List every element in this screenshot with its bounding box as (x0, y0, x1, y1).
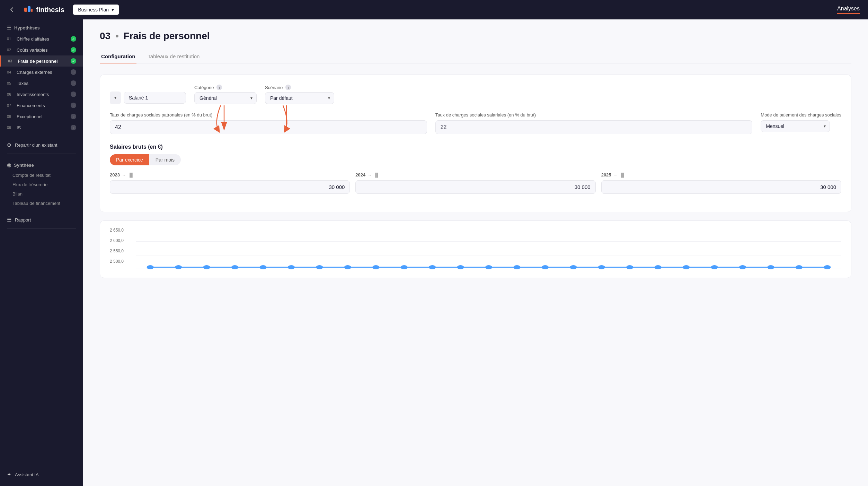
svg-point-13 (175, 265, 182, 269)
back-button[interactable] (8, 6, 15, 13)
sidebar: ☰ Hypothèses 01 Chiffre d'affaires ✓ 02 … (0, 19, 83, 486)
mode-paiement-select[interactable]: Mensuel (761, 120, 830, 132)
svg-point-34 (767, 265, 774, 269)
status-gray-icon: ○ (71, 103, 76, 108)
svg-point-17 (288, 265, 295, 269)
arrow-right-icon: → (367, 173, 372, 177)
sidebar-item-frais-personnel[interactable]: 03 Frais de personnel ✓ (0, 55, 83, 67)
business-plan-dropdown[interactable]: Business Plan ▾ (73, 5, 119, 15)
year-input-2024[interactable] (355, 180, 595, 194)
svg-point-25 (513, 265, 520, 269)
svg-point-14 (203, 265, 210, 269)
sidebar-item-bilan[interactable]: Bilan (0, 189, 83, 199)
page-title: 03 • Frais de personnel (100, 31, 851, 42)
mode-paiement-label: Mode de paiement des charges sociales (761, 112, 841, 118)
scenario-field-group: Scénario i Par défaut (265, 85, 334, 104)
charges-patronales-field: Taux de charges sociales patronales (en … (110, 112, 427, 134)
charges-salariales-field: Taux de charges sociales salariales (en … (435, 112, 753, 134)
svg-point-15 (231, 265, 238, 269)
year-input-2023[interactable] (110, 180, 350, 194)
svg-point-18 (316, 265, 323, 269)
svg-point-30 (654, 265, 661, 269)
form-row-top: ▾ Catégorie i Général (110, 85, 841, 104)
sidebar-item-couts-variables[interactable]: 02 Coûts variables ✓ (0, 44, 83, 55)
sidebar-item-assistant-ia[interactable]: ✦ Assistant IA (0, 469, 83, 480)
sidebar-item-taxes[interactable]: 05 Taxes ○ (0, 78, 83, 89)
categorie-info-icon[interactable]: i (216, 85, 222, 90)
svg-point-27 (570, 265, 577, 269)
categorie-field-group: Catégorie i Général (194, 85, 257, 104)
app-logo: finthesis (24, 5, 64, 15)
sidebar-item-tableau-financement[interactable]: Tableau de financement (0, 199, 83, 208)
svg-rect-2 (31, 9, 33, 12)
sidebar-item-compte-resultat[interactable]: Compte de résultat (0, 171, 83, 180)
scenario-select-wrapper: Par défaut (265, 92, 334, 104)
status-gray-icon: ○ (71, 80, 76, 86)
status-green-icon: ✓ (71, 36, 76, 42)
toggle-group: Par exercice Par mois (110, 154, 841, 165)
sidebar-item-financements[interactable]: 07 Financements ○ (0, 100, 83, 111)
analyses-nav-item[interactable]: Analyses (837, 6, 860, 14)
svg-point-20 (372, 265, 379, 269)
sidebar-item-flux-tresorerie[interactable]: Flux de trésorerie (0, 180, 83, 189)
mode-paiement-field: Mode de paiement des charges sociales Me… (761, 112, 841, 132)
top-navigation: finthesis Business Plan ▾ Analyses (0, 0, 868, 19)
svg-point-26 (542, 265, 549, 269)
chart-svg (136, 228, 841, 269)
svg-point-16 (259, 265, 266, 269)
year-col-2025: 2025 → ▐▌ (601, 172, 841, 194)
categorie-select[interactable]: Général (194, 92, 257, 104)
year-columns: 2023 → ▐▌ 2024 → ▐▌ (110, 172, 841, 194)
svg-point-36 (824, 265, 831, 269)
chart-bar-icon: ▐▌ (128, 173, 134, 177)
tab-tableaux-restitution[interactable]: Tableaux de restitution (146, 50, 201, 63)
chart-y-label-1: 2 600,0 (110, 238, 128, 243)
salarie-chevron-button[interactable]: ▾ (110, 92, 121, 104)
chart-y-label-2: 2 550,0 (110, 249, 128, 253)
tab-bar: Configuration Tableaux de restitution (100, 50, 851, 63)
salarie-input[interactable] (124, 92, 186, 104)
svg-point-31 (683, 265, 690, 269)
chart-y-label-3: 2 500,0 (110, 259, 128, 264)
scenario-select[interactable]: Par défaut (265, 92, 334, 104)
svg-point-33 (739, 265, 746, 269)
svg-point-24 (485, 265, 492, 269)
sidebar-item-charges-externes[interactable]: 04 Charges externes ○ (0, 67, 83, 78)
chart-bar-icon: ▐▌ (620, 173, 626, 177)
charges-salariales-label: Taux de charges sociales salariales (en … (435, 112, 753, 118)
svg-point-23 (457, 265, 464, 269)
year-col-2023: 2023 → ▐▌ (110, 172, 350, 194)
divider (7, 154, 76, 154)
status-gray-icon: ○ (71, 69, 76, 75)
sidebar-item-repartir[interactable]: ⊕ Repartir d'un existant (0, 139, 83, 151)
sidebar-item-exceptionnel[interactable]: 08 Exceptionnel ○ (0, 111, 83, 122)
divider (7, 228, 76, 229)
scenario-info-icon[interactable]: i (285, 85, 291, 90)
toggle-par-exercice[interactable]: Par exercice (110, 154, 149, 165)
toggle-par-mois[interactable]: Par mois (149, 154, 181, 165)
salarie-field-group: ▾ (110, 92, 186, 104)
sidebar-synthese-section: ◉ Synthèse (0, 157, 83, 171)
status-green-icon: ✓ (71, 47, 76, 53)
categorie-select-wrapper: Général (194, 92, 257, 104)
hypotheses-icon: ☰ (7, 25, 11, 31)
svg-rect-0 (24, 8, 27, 12)
status-green-active-icon: ✓ (71, 58, 76, 64)
sidebar-item-rapport[interactable]: ☰ Rapport (0, 214, 83, 226)
svg-point-12 (147, 265, 154, 269)
tab-configuration[interactable]: Configuration (100, 50, 136, 63)
charges-salariales-input[interactable] (435, 120, 753, 134)
sidebar-item-chiffre-affaires[interactable]: 01 Chiffre d'affaires ✓ (0, 33, 83, 44)
chart-y-axis: 2 650,0 2 600,0 2 550,0 2 500,0 (110, 228, 131, 271)
rapport-icon: ☰ (7, 217, 11, 223)
year-col-2024: 2024 → ▐▌ (355, 172, 595, 194)
config-card: ▾ Catégorie i Général (100, 75, 851, 212)
sidebar-item-investissements[interactable]: 06 Investissements ○ (0, 89, 83, 100)
svg-point-21 (401, 265, 408, 269)
status-gray-icon: ○ (71, 114, 76, 119)
charges-patronales-input[interactable] (110, 120, 427, 134)
repartir-icon: ⊕ (7, 142, 11, 148)
year-input-2025[interactable] (601, 180, 841, 194)
svg-point-35 (796, 265, 803, 269)
sidebar-item-is[interactable]: 09 IS ○ (0, 122, 83, 133)
